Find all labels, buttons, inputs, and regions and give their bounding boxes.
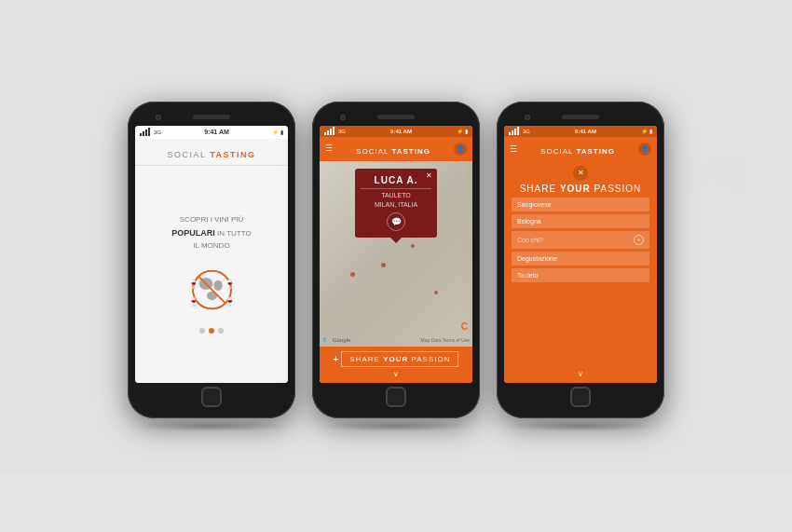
phone-3-wrapper: 3G 9:41 AM ⚡ ▮ ☰ SOCIAL TASTING 👤 [497, 102, 664, 431]
phone-2-shadow [321, 420, 471, 431]
phone-3: 3G 9:41 AM ⚡ ▮ ☰ SOCIAL TASTING 👤 [497, 102, 664, 418]
time-2: 9:41 AM [390, 129, 412, 134]
c-icon: C [461, 321, 468, 332]
user-glyph: 👤 [457, 145, 465, 153]
card-close-button[interactable]: ✕ [426, 171, 432, 180]
map-dot-1 [350, 272, 355, 277]
signal-bars [140, 128, 150, 136]
svg-text:🍷: 🍷 [188, 279, 199, 290]
map-area: ✕ LUCA A. TAULETO MILAN, ITALIA 💬 𝕥 Goog… [320, 161, 472, 347]
status-left-2: 3G [324, 127, 346, 135]
phone1-content: SCOPRI I VINI PIÙ POPULARI IN TUTTO IL M… [135, 166, 288, 383]
twitter-icon: 𝕥 [323, 336, 326, 343]
chat-button[interactable]: 💬 [387, 212, 405, 231]
menu-icon-2[interactable]: ☰ [325, 144, 333, 153]
chevron-down-3[interactable]: ∨ [578, 370, 583, 378]
svg-text:🍷: 🍷 [225, 279, 236, 290]
add-button[interactable]: + [634, 235, 644, 245]
field-tauleto[interactable]: Tauleto [512, 268, 649, 282]
tagline-line3: IL MONDO [171, 240, 251, 252]
brand-prefix-3: SOCIAL [540, 147, 576, 156]
network-3: 3G [523, 129, 530, 134]
share-title-prefix: SHARE [520, 184, 560, 194]
phone-3-bottom [504, 383, 657, 411]
share-bold: YOUR [383, 355, 408, 363]
globe-illustration: 🍷 🍷 🍷 🍷 [182, 260, 242, 321]
form-fields: Sangiovese Bologna Con chi? + Degustazio… [504, 198, 657, 365]
field-value-0: Sangiovese [517, 201, 552, 208]
phone3-footer: ∨ [504, 365, 657, 383]
card-arrow [390, 238, 402, 243]
share-prefix: SHARE [349, 355, 383, 363]
phone-3-shadow [506, 420, 655, 431]
field-sangiovese[interactable]: Sangiovese [512, 198, 649, 211]
brand-prefix-2: SOCIAL [356, 147, 391, 156]
phone-1-shadow [137, 420, 286, 431]
status-bar-2: 3G 9:41 AM ⚡ ▮ [320, 126, 472, 137]
phone2-nav-header: ☰ SOCIAL TASTING 👤 [320, 137, 472, 161]
phone-2-bottom [320, 383, 472, 411]
phone-3-top [504, 109, 657, 126]
svg-point-2 [213, 280, 222, 291]
battery-icon-2: ▮ [465, 128, 468, 134]
share-row: + SHARE YOUR PASSION [334, 351, 459, 367]
network-2: 3G [338, 129, 346, 134]
time-display: 9:41 AM [204, 129, 229, 135]
status-bar-1: 3G 9:41 AM ⚡ ▮ [135, 126, 288, 139]
signal-bars-3 [509, 127, 519, 135]
google-label: Google [333, 337, 350, 343]
user-card: ✕ LUCA A. TAULETO MILAN, ITALIA 💬 [355, 169, 437, 238]
field-degustazione[interactable]: Degustazione [512, 252, 649, 266]
user-icon-3[interactable]: 👤 [638, 143, 651, 156]
bluetooth-icon-3: ⚡ [641, 128, 648, 134]
phone-1-screen: 3G 9:41 AM ⚡ ▮ SOCIAL TASTING [135, 126, 288, 383]
brand-suffix: TASTING [210, 150, 255, 159]
share-suffix: PASSION [408, 355, 450, 363]
user-glyph-3: 👤 [641, 145, 649, 153]
chevron-down-2[interactable]: ∨ [393, 370, 399, 378]
status-left-3: 3G [509, 127, 530, 135]
dot-2-active [209, 328, 214, 334]
phone-3-screen: 3G 9:41 AM ⚡ ▮ ☰ SOCIAL TASTING 👤 [504, 126, 657, 383]
phone-1: 3G 9:41 AM ⚡ ▮ SOCIAL TASTING [128, 102, 295, 418]
share-title-bold: YOUR [560, 184, 591, 194]
home-button-3[interactable] [570, 387, 591, 407]
field-value-4: Tauleto [517, 272, 539, 279]
map-dot-2 [381, 263, 386, 267]
phone-2-screen: 3G 9:41 AM ⚡ ▮ ☰ SOCIAL TASTING 👤 [320, 126, 472, 383]
close-button[interactable]: ✕ [573, 166, 588, 181]
user-location: MILAN, ITALIA [361, 201, 431, 208]
pagination-dots [199, 328, 224, 334]
camera-lens-3 [525, 115, 530, 120]
speaker-grill-3 [562, 115, 599, 119]
user-icon-2[interactable]: 👤 [454, 143, 467, 156]
status-left: 3G [140, 128, 161, 136]
home-button-1[interactable] [201, 387, 222, 407]
speaker-grill-2 [377, 115, 415, 119]
dot-3 [218, 328, 224, 334]
share-passion-button[interactable]: SHARE YOUR PASSION [341, 351, 458, 367]
phone-2: 3G 9:41 AM ⚡ ▮ ☰ SOCIAL TASTING 👤 [312, 102, 480, 418]
map-terms: Map Data Terms of Use [421, 337, 470, 343]
form-header: ✕ SHARE YOUR PASSION [504, 161, 657, 198]
home-button-2[interactable] [386, 387, 406, 407]
phone-2-top [320, 109, 472, 126]
phone-1-wrapper: 3G 9:41 AM ⚡ ▮ SOCIAL TASTING [128, 102, 295, 431]
brand-suffix-2: TASTING [391, 147, 430, 156]
menu-icon-3[interactable]: ☰ [510, 144, 517, 154]
field-conchi[interactable]: Con chi? + [512, 231, 649, 249]
field-bologna[interactable]: Bologna [512, 214, 649, 228]
network-label: 3G [154, 130, 161, 135]
plus-icon: + [334, 354, 339, 364]
battery-icon: ▮ [280, 129, 283, 135]
phone-1-top [135, 109, 288, 126]
field-value-1: Bologna [517, 218, 541, 225]
status-bar-3: 3G 9:41 AM ⚡ ▮ [504, 126, 657, 137]
svg-text:🍷: 🍷 [188, 296, 199, 307]
status-right: ⚡ ▮ [272, 129, 283, 135]
svg-text:🍷: 🍷 [225, 296, 236, 307]
phone3-nav-header: ☰ SOCIAL TASTING 👤 [504, 137, 657, 161]
tagline-line2: POPULARI IN TUTTO [171, 226, 251, 240]
camera-lens [156, 115, 161, 120]
field-value-2: Con chi? [517, 237, 543, 243]
